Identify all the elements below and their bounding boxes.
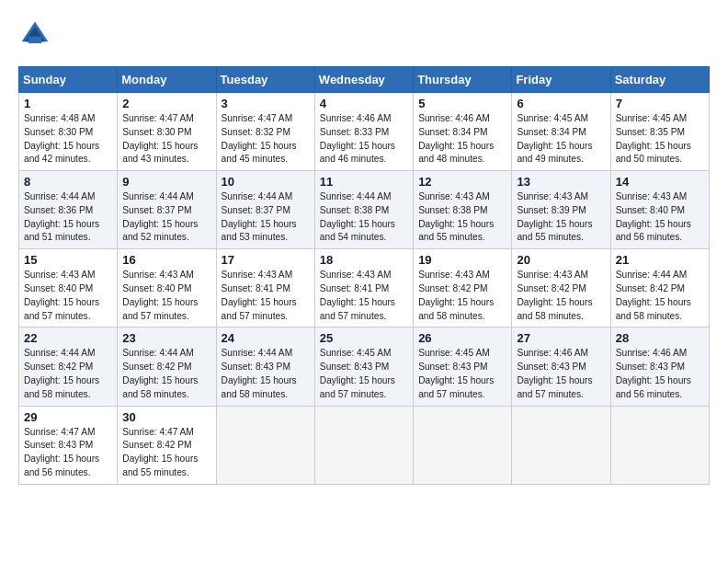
day-info: Sunrise: 4:43 AMSunset: 8:38 PMDaylight:… xyxy=(418,190,506,245)
day-info: Sunrise: 4:47 AMSunset: 8:30 PMDaylight:… xyxy=(122,112,210,167)
day-cell-22: 22Sunrise: 4:44 AMSunset: 8:42 PMDayligh… xyxy=(19,327,118,406)
day-info: Sunrise: 4:43 AMSunset: 8:39 PMDaylight:… xyxy=(517,190,605,245)
day-cell-27: 27Sunrise: 4:46 AMSunset: 8:43 PMDayligh… xyxy=(512,327,610,406)
calendar-week-1: 1Sunrise: 4:48 AMSunset: 8:30 PMDaylight… xyxy=(19,93,710,171)
day-number: 5 xyxy=(418,97,506,110)
day-number: 27 xyxy=(517,331,605,345)
day-cell-1: 1Sunrise: 4:48 AMSunset: 8:30 PMDaylight… xyxy=(19,93,118,171)
day-info: Sunrise: 4:48 AMSunset: 8:30 PMDaylight:… xyxy=(24,112,112,167)
day-cell-30: 30Sunrise: 4:47 AMSunset: 8:42 PMDayligh… xyxy=(118,406,216,484)
day-number: 25 xyxy=(320,331,408,345)
page-header xyxy=(18,18,710,52)
day-number: 7 xyxy=(616,97,704,110)
day-cell-15: 15Sunrise: 4:43 AMSunset: 8:40 PMDayligh… xyxy=(19,249,118,327)
day-number: 17 xyxy=(222,253,310,267)
day-number: 14 xyxy=(616,175,704,189)
day-number: 13 xyxy=(517,175,605,189)
day-number: 18 xyxy=(320,253,408,267)
day-info: Sunrise: 4:45 AMSunset: 8:43 PMDaylight:… xyxy=(320,347,408,401)
day-cell-28: 28Sunrise: 4:46 AMSunset: 8:43 PMDayligh… xyxy=(610,327,709,406)
day-info: Sunrise: 4:43 AMSunset: 8:40 PMDaylight:… xyxy=(616,190,704,245)
day-number: 9 xyxy=(122,175,210,189)
day-number: 15 xyxy=(24,253,112,267)
day-info: Sunrise: 4:44 AMSunset: 8:38 PMDaylight:… xyxy=(320,190,408,245)
day-cell-10: 10Sunrise: 4:44 AMSunset: 8:37 PMDayligh… xyxy=(216,171,314,249)
day-cell-8: 8Sunrise: 4:44 AMSunset: 8:36 PMDaylight… xyxy=(19,171,118,249)
day-cell-2: 2Sunrise: 4:47 AMSunset: 8:30 PMDaylight… xyxy=(118,93,216,171)
day-info: Sunrise: 4:44 AMSunset: 8:42 PMDaylight:… xyxy=(122,347,210,401)
day-info: Sunrise: 4:47 AMSunset: 8:42 PMDaylight:… xyxy=(122,426,210,480)
day-cell-16: 16Sunrise: 4:43 AMSunset: 8:40 PMDayligh… xyxy=(118,249,216,327)
day-info: Sunrise: 4:44 AMSunset: 8:42 PMDaylight:… xyxy=(616,269,704,323)
empty-cell xyxy=(512,406,610,484)
day-cell-20: 20Sunrise: 4:43 AMSunset: 8:42 PMDayligh… xyxy=(512,249,610,327)
calendar-header-row: SundayMondayTuesdayWednesdayThursdayFrid… xyxy=(19,67,710,93)
day-number: 24 xyxy=(222,331,310,345)
calendar-week-3: 15Sunrise: 4:43 AMSunset: 8:40 PMDayligh… xyxy=(19,249,710,327)
svg-rect-2 xyxy=(28,37,41,43)
day-info: Sunrise: 4:44 AMSunset: 8:37 PMDaylight:… xyxy=(122,190,210,245)
empty-cell xyxy=(414,406,512,484)
day-info: Sunrise: 4:45 AMSunset: 8:34 PMDaylight:… xyxy=(517,112,605,167)
day-cell-5: 5Sunrise: 4:46 AMSunset: 8:34 PMDaylight… xyxy=(414,93,512,171)
header-cell-sunday: Sunday xyxy=(19,67,118,93)
header-cell-friday: Friday xyxy=(512,67,610,93)
day-cell-26: 26Sunrise: 4:45 AMSunset: 8:43 PMDayligh… xyxy=(414,327,512,406)
day-cell-6: 6Sunrise: 4:45 AMSunset: 8:34 PMDaylight… xyxy=(512,93,610,171)
day-info: Sunrise: 4:43 AMSunset: 8:42 PMDaylight:… xyxy=(517,269,605,323)
day-info: Sunrise: 4:47 AMSunset: 8:32 PMDaylight:… xyxy=(222,112,310,167)
day-info: Sunrise: 4:45 AMSunset: 8:35 PMDaylight:… xyxy=(616,112,704,167)
day-info: Sunrise: 4:44 AMSunset: 8:42 PMDaylight:… xyxy=(24,347,112,401)
header-cell-monday: Monday xyxy=(118,67,216,93)
empty-cell xyxy=(216,406,314,484)
calendar-week-2: 8Sunrise: 4:44 AMSunset: 8:36 PMDaylight… xyxy=(19,171,710,249)
logo-icon xyxy=(18,18,51,52)
header-cell-tuesday: Tuesday xyxy=(216,67,314,93)
day-cell-11: 11Sunrise: 4:44 AMSunset: 8:38 PMDayligh… xyxy=(314,171,413,249)
day-info: Sunrise: 4:47 AMSunset: 8:43 PMDaylight:… xyxy=(24,426,112,480)
day-number: 8 xyxy=(24,175,112,189)
day-info: Sunrise: 4:46 AMSunset: 8:43 PMDaylight:… xyxy=(517,347,605,401)
day-cell-3: 3Sunrise: 4:47 AMSunset: 8:32 PMDaylight… xyxy=(216,93,314,171)
day-number: 10 xyxy=(222,175,310,189)
day-cell-18: 18Sunrise: 4:43 AMSunset: 8:41 PMDayligh… xyxy=(314,249,413,327)
day-number: 12 xyxy=(418,175,506,189)
day-number: 1 xyxy=(24,97,112,110)
day-info: Sunrise: 4:43 AMSunset: 8:42 PMDaylight:… xyxy=(418,269,506,323)
day-cell-19: 19Sunrise: 4:43 AMSunset: 8:42 PMDayligh… xyxy=(414,249,512,327)
day-info: Sunrise: 4:43 AMSunset: 8:41 PMDaylight:… xyxy=(222,269,310,323)
day-number: 2 xyxy=(122,97,210,110)
day-cell-14: 14Sunrise: 4:43 AMSunset: 8:40 PMDayligh… xyxy=(610,171,709,249)
day-info: Sunrise: 4:44 AMSunset: 8:36 PMDaylight:… xyxy=(24,190,112,245)
day-cell-24: 24Sunrise: 4:44 AMSunset: 8:43 PMDayligh… xyxy=(216,327,314,406)
day-number: 26 xyxy=(418,331,506,345)
day-info: Sunrise: 4:46 AMSunset: 8:33 PMDaylight:… xyxy=(320,112,408,167)
day-cell-13: 13Sunrise: 4:43 AMSunset: 8:39 PMDayligh… xyxy=(512,171,610,249)
day-info: Sunrise: 4:46 AMSunset: 8:34 PMDaylight:… xyxy=(418,112,506,167)
day-number: 16 xyxy=(122,253,210,267)
day-number: 19 xyxy=(418,253,506,267)
day-info: Sunrise: 4:44 AMSunset: 8:43 PMDaylight:… xyxy=(222,347,310,401)
day-info: Sunrise: 4:46 AMSunset: 8:43 PMDaylight:… xyxy=(616,347,704,401)
header-cell-saturday: Saturday xyxy=(610,67,709,93)
day-info: Sunrise: 4:43 AMSunset: 8:40 PMDaylight:… xyxy=(122,269,210,323)
header-cell-thursday: Thursday xyxy=(414,67,512,93)
empty-cell xyxy=(610,406,709,484)
day-cell-4: 4Sunrise: 4:46 AMSunset: 8:33 PMDaylight… xyxy=(314,93,413,171)
day-cell-7: 7Sunrise: 4:45 AMSunset: 8:35 PMDaylight… xyxy=(610,93,709,171)
day-cell-23: 23Sunrise: 4:44 AMSunset: 8:42 PMDayligh… xyxy=(118,327,216,406)
day-number: 21 xyxy=(616,253,704,267)
day-cell-29: 29Sunrise: 4:47 AMSunset: 8:43 PMDayligh… xyxy=(19,406,118,484)
day-number: 22 xyxy=(24,331,112,345)
calendar-week-4: 22Sunrise: 4:44 AMSunset: 8:42 PMDayligh… xyxy=(19,327,710,406)
day-number: 4 xyxy=(320,97,408,110)
day-number: 11 xyxy=(320,175,408,189)
empty-cell xyxy=(314,406,413,484)
day-cell-25: 25Sunrise: 4:45 AMSunset: 8:43 PMDayligh… xyxy=(314,327,413,406)
header-cell-wednesday: Wednesday xyxy=(314,67,413,93)
calendar-week-5: 29Sunrise: 4:47 AMSunset: 8:43 PMDayligh… xyxy=(19,406,710,484)
day-info: Sunrise: 4:43 AMSunset: 8:41 PMDaylight:… xyxy=(320,269,408,323)
day-info: Sunrise: 4:45 AMSunset: 8:43 PMDaylight:… xyxy=(418,347,506,401)
day-number: 29 xyxy=(24,410,112,424)
day-cell-21: 21Sunrise: 4:44 AMSunset: 8:42 PMDayligh… xyxy=(610,249,709,327)
